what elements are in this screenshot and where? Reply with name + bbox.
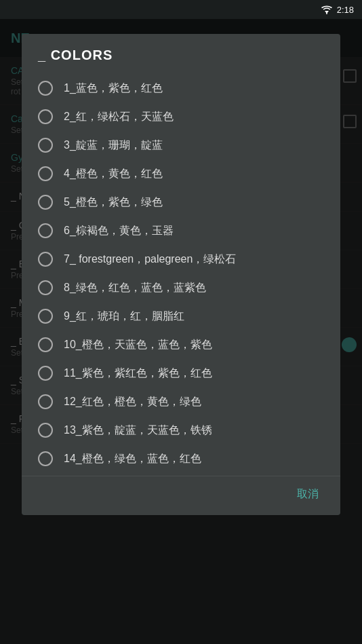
radio-item-14[interactable]: 14_橙色，绿色，蓝色，红色 — [22, 444, 340, 473]
radio-item-1[interactable]: 1_蓝色，紫色，红色 — [22, 74, 340, 102]
radio-label-6: 6_棕褐色，黄色，玉器 — [64, 224, 174, 238]
radio-item-12[interactable]: 12_红色，橙色，黄色，绿色 — [22, 387, 340, 416]
dialog-title: _ COLORS — [22, 34, 340, 71]
radio-circle-8 — [38, 280, 53, 295]
radio-item-4[interactable]: 4_橙色，黄色，红色 — [22, 159, 340, 188]
radio-item-13[interactable]: 13_紫色，靛蓝，天蓝色，铁锈 — [22, 416, 340, 444]
cancel-button[interactable]: 取消 — [286, 482, 329, 507]
radio-circle-5 — [38, 195, 53, 210]
radio-item-7[interactable]: 7_ forestgreen，palegreen，绿松石 — [22, 245, 340, 273]
radio-circle-2 — [38, 109, 53, 124]
radio-item-9[interactable]: 9_红，琥珀，红，胭脂红 — [22, 302, 340, 330]
radio-item-5[interactable]: 5_橙色，紫色，绿色 — [22, 188, 340, 216]
radio-label-11: 11_紫色，紫红色，紫色，红色 — [64, 366, 212, 381]
radio-circle-3 — [38, 138, 53, 153]
dialog-scroll-area[interactable]: 1_蓝色，紫色，红色2_红，绿松石，天蓝色3_靛蓝，珊瑚，靛蓝4_橙色，黄色，红… — [22, 71, 340, 476]
radio-circle-13 — [38, 423, 53, 438]
radio-circle-10 — [38, 337, 53, 352]
radio-label-13: 13_紫色，靛蓝，天蓝色，铁锈 — [64, 423, 212, 438]
radio-item-8[interactable]: 8_绿色，红色，蓝色，蓝紫色 — [22, 273, 340, 302]
radio-label-1: 1_蓝色，紫色，红色 — [64, 81, 163, 96]
radio-circle-4 — [38, 166, 53, 181]
color-picker-dialog: _ COLORS 1_蓝色，紫色，红色2_红，绿松石，天蓝色3_靛蓝，珊瑚，靛蓝… — [22, 34, 340, 515]
wifi-icon — [321, 5, 333, 14]
dialog-footer: 取消 — [22, 476, 340, 515]
radio-circle-11 — [38, 366, 53, 381]
radio-label-12: 12_红色，橙色，黄色，绿色 — [64, 395, 201, 409]
radio-label-4: 4_橙色，黄色，红色 — [64, 167, 163, 181]
radio-circle-7 — [38, 252, 53, 267]
radio-label-5: 5_橙色，紫色，绿色 — [64, 195, 163, 210]
radio-label-8: 8_绿色，红色，蓝色，蓝紫色 — [64, 281, 206, 295]
radio-label-3: 3_靛蓝，珊瑚，靛蓝 — [64, 138, 163, 153]
radio-label-9: 9_红，琥珀，红，胭脂红 — [64, 309, 184, 324]
radio-item-11[interactable]: 11_紫色，紫红色，紫色，红色 — [22, 359, 340, 387]
radio-label-10: 10_橙色，天蓝色，蓝色，紫色 — [64, 338, 212, 352]
radio-circle-1 — [38, 81, 53, 96]
status-bar-time: 2:18 — [337, 5, 354, 15]
radio-circle-6 — [38, 223, 53, 238]
status-bar: 2:18 — [0, 0, 362, 19]
radio-item-2[interactable]: 2_红，绿松石，天蓝色 — [22, 102, 340, 131]
radio-item-6[interactable]: 6_棕褐色，黄色，玉器 — [22, 216, 340, 245]
radio-label-7: 7_ forestgreen，palegreen，绿松石 — [64, 252, 236, 267]
radio-circle-9 — [38, 309, 53, 324]
radio-label-2: 2_红，绿松石，天蓝色 — [64, 110, 174, 124]
radio-label-14: 14_橙色，绿色，蓝色，红色 — [64, 452, 201, 466]
radio-item-3[interactable]: 3_靛蓝，珊瑚，靛蓝 — [22, 131, 340, 159]
radio-item-10[interactable]: 10_橙色，天蓝色，蓝色，紫色 — [22, 330, 340, 359]
radio-circle-14 — [38, 451, 53, 466]
svg-point-1 — [326, 13, 327, 14]
radio-circle-12 — [38, 394, 53, 409]
